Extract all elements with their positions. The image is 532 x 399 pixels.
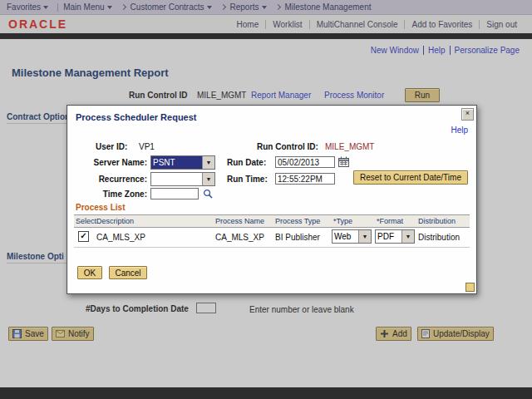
format-value: PDF: [376, 230, 401, 243]
recurrence-value: [151, 173, 202, 185]
user-id-value: VP1: [139, 142, 155, 151]
run-time-label: Run Time:: [227, 175, 268, 184]
lookup-magnifier-icon[interactable]: [203, 189, 213, 199]
server-name-select[interactable]: PSNT ▼: [150, 155, 215, 170]
ok-button[interactable]: OK: [77, 266, 102, 279]
recurrence-label: Recurrence:: [76, 175, 147, 184]
type-select[interactable]: Web ▼: [332, 229, 372, 244]
dialog-run-control-id-label: Run Control ID:: [257, 142, 318, 151]
dialog-help-link[interactable]: Help: [451, 126, 468, 135]
time-zone-input[interactable]: [150, 188, 199, 200]
process-list-row: ✓ CA_MLS_XP CA_MLS_XP BI Publisher Web ▼…: [74, 227, 470, 248]
dropdown-arrow-icon[interactable]: ▼: [358, 230, 371, 243]
reset-date-time-button[interactable]: Reset to Current Date/Time: [353, 170, 468, 185]
dropdown-arrow-icon[interactable]: ▼: [401, 230, 414, 243]
distribution-link[interactable]: Distribution: [418, 233, 460, 242]
close-icon[interactable]: ×: [461, 108, 474, 121]
resize-grip-icon[interactable]: [466, 283, 475, 292]
cancel-button[interactable]: Cancel: [109, 266, 147, 279]
server-name-value: PSNT: [151, 156, 202, 169]
select-checkbox[interactable]: ✓: [78, 231, 89, 242]
format-select[interactable]: PDF ▼: [375, 229, 415, 244]
type-value: Web: [332, 230, 358, 243]
run-time-input[interactable]: [275, 173, 335, 185]
col-format: *Format: [377, 217, 403, 225]
user-id-label: User ID:: [96, 142, 127, 151]
row-description: CA_MLS_XP: [96, 233, 145, 242]
process-scheduler-request-dialog: Process Scheduler Request × Help User ID…: [66, 105, 477, 294]
col-process-name: Process Name: [215, 217, 264, 225]
col-description: Description: [96, 217, 134, 225]
col-distribution: Distribution: [418, 217, 456, 225]
dialog-title: Process Scheduler Request: [76, 112, 197, 122]
process-list-title: Process List: [76, 203, 125, 212]
recurrence-select[interactable]: ▼: [150, 172, 215, 186]
time-zone-label: Time Zone:: [76, 190, 147, 199]
run-date-input[interactable]: [275, 156, 335, 168]
run-date-label: Run Date:: [227, 158, 266, 167]
row-process-name: CA_MLS_XP: [215, 233, 264, 242]
process-list-header-row: Select Description Process Name Process …: [74, 214, 470, 228]
row-process-type: BI Publisher: [275, 233, 320, 242]
dropdown-arrow-icon[interactable]: ▼: [202, 173, 214, 185]
col-select: Select: [76, 217, 96, 225]
dialog-run-control-id-value: MILE_MGMT: [325, 142, 374, 151]
col-type: *Type: [333, 217, 352, 225]
dropdown-arrow-icon[interactable]: ▼: [202, 156, 214, 169]
calendar-icon[interactable]: [338, 156, 349, 167]
server-name-label: Server Name:: [76, 158, 147, 167]
col-process-type: Process Type: [275, 217, 320, 225]
